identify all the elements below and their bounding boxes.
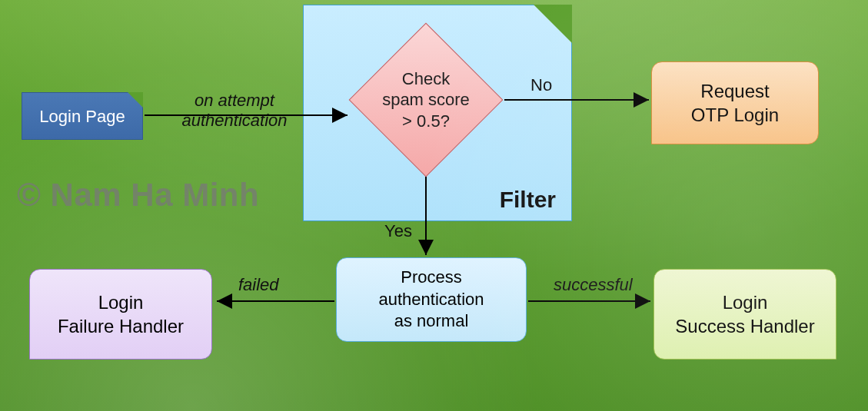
node-decision-label: Checkspam score> 0.5? xyxy=(349,23,503,177)
node-request-otp-label: RequestOTP Login xyxy=(691,79,779,127)
node-login-success-handler: LoginSuccess Handler xyxy=(653,269,836,360)
edge-yes-label: Yes xyxy=(384,221,412,241)
node-process-auth-label: Processauthenticationas normal xyxy=(379,267,484,333)
diagram-canvas: Filter Login Page Checkspam score> 0.5? … xyxy=(0,0,868,411)
edge-failed-label: failed xyxy=(238,275,279,295)
node-login-success-handler-label: LoginSuccess Handler xyxy=(675,290,814,338)
edge-no-label: No xyxy=(530,75,552,95)
node-process-auth: Processauthenticationas normal xyxy=(336,257,527,342)
watermark-text: © Nam Ha Minh xyxy=(17,177,259,214)
node-login-failure-handler-label: LoginFailure Handler xyxy=(58,290,184,338)
node-decision: Checkspam score> 0.5? xyxy=(349,23,503,177)
edge-attempt-auth-label: on attemptauthentication xyxy=(161,91,308,131)
node-login-page: Login Page xyxy=(22,92,143,140)
node-login-page-label: Login Page xyxy=(39,107,125,126)
node-login-failure-handler: LoginFailure Handler xyxy=(29,269,212,360)
filter-label: Filter xyxy=(500,187,556,213)
node-request-otp: RequestOTP Login xyxy=(651,61,819,144)
edge-successful-label: successful xyxy=(554,275,633,295)
